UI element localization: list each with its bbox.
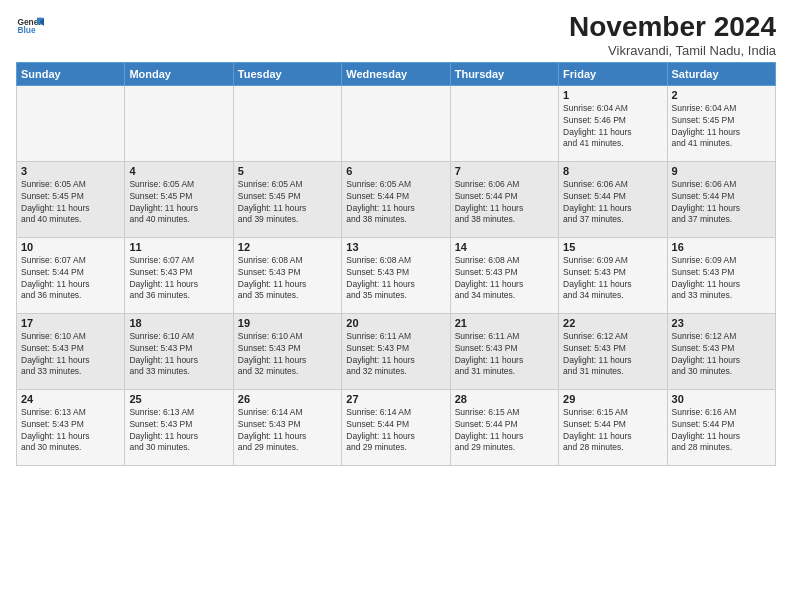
- subtitle: Vikravandi, Tamil Nadu, India: [569, 43, 776, 58]
- calendar-header: Sunday Monday Tuesday Wednesday Thursday…: [17, 62, 776, 85]
- calendar-cell: [233, 85, 341, 161]
- day-info: Sunrise: 6:11 AM Sunset: 5:43 PM Dayligh…: [346, 331, 445, 379]
- calendar-body: 1Sunrise: 6:04 AM Sunset: 5:46 PM Daylig…: [17, 85, 776, 465]
- day-number: 2: [672, 89, 771, 101]
- week-row-2: 3Sunrise: 6:05 AM Sunset: 5:45 PM Daylig…: [17, 161, 776, 237]
- calendar-cell: 12Sunrise: 6:08 AM Sunset: 5:43 PM Dayli…: [233, 237, 341, 313]
- calendar-table: Sunday Monday Tuesday Wednesday Thursday…: [16, 62, 776, 466]
- header-tuesday: Tuesday: [233, 62, 341, 85]
- calendar-cell: 29Sunrise: 6:15 AM Sunset: 5:44 PM Dayli…: [559, 389, 667, 465]
- day-number: 11: [129, 241, 228, 253]
- day-number: 9: [672, 165, 771, 177]
- day-number: 5: [238, 165, 337, 177]
- day-info: Sunrise: 6:13 AM Sunset: 5:43 PM Dayligh…: [129, 407, 228, 455]
- day-info: Sunrise: 6:07 AM Sunset: 5:43 PM Dayligh…: [129, 255, 228, 303]
- day-number: 25: [129, 393, 228, 405]
- calendar-cell: 24Sunrise: 6:13 AM Sunset: 5:43 PM Dayli…: [17, 389, 125, 465]
- header-saturday: Saturday: [667, 62, 775, 85]
- day-info: Sunrise: 6:05 AM Sunset: 5:44 PM Dayligh…: [346, 179, 445, 227]
- day-number: 17: [21, 317, 120, 329]
- calendar-cell: 26Sunrise: 6:14 AM Sunset: 5:43 PM Dayli…: [233, 389, 341, 465]
- day-info: Sunrise: 6:09 AM Sunset: 5:43 PM Dayligh…: [563, 255, 662, 303]
- calendar-cell: [342, 85, 450, 161]
- calendar-cell: 22Sunrise: 6:12 AM Sunset: 5:43 PM Dayli…: [559, 313, 667, 389]
- day-number: 14: [455, 241, 554, 253]
- title-block: November 2024 Vikravandi, Tamil Nadu, In…: [569, 12, 776, 58]
- day-info: Sunrise: 6:14 AM Sunset: 5:43 PM Dayligh…: [238, 407, 337, 455]
- day-info: Sunrise: 6:05 AM Sunset: 5:45 PM Dayligh…: [129, 179, 228, 227]
- calendar-cell: 3Sunrise: 6:05 AM Sunset: 5:45 PM Daylig…: [17, 161, 125, 237]
- header-row: Sunday Monday Tuesday Wednesday Thursday…: [17, 62, 776, 85]
- day-number: 27: [346, 393, 445, 405]
- day-info: Sunrise: 6:06 AM Sunset: 5:44 PM Dayligh…: [672, 179, 771, 227]
- calendar-cell: 19Sunrise: 6:10 AM Sunset: 5:43 PM Dayli…: [233, 313, 341, 389]
- day-number: 3: [21, 165, 120, 177]
- calendar-cell: 20Sunrise: 6:11 AM Sunset: 5:43 PM Dayli…: [342, 313, 450, 389]
- calendar-cell: 25Sunrise: 6:13 AM Sunset: 5:43 PM Dayli…: [125, 389, 233, 465]
- day-number: 29: [563, 393, 662, 405]
- day-number: 30: [672, 393, 771, 405]
- calendar-cell: 14Sunrise: 6:08 AM Sunset: 5:43 PM Dayli…: [450, 237, 558, 313]
- calendar-cell: 30Sunrise: 6:16 AM Sunset: 5:44 PM Dayli…: [667, 389, 775, 465]
- day-number: 1: [563, 89, 662, 101]
- header: General Blue November 2024 Vikravandi, T…: [16, 12, 776, 58]
- day-info: Sunrise: 6:13 AM Sunset: 5:43 PM Dayligh…: [21, 407, 120, 455]
- page: General Blue November 2024 Vikravandi, T…: [0, 0, 792, 612]
- day-info: Sunrise: 6:14 AM Sunset: 5:44 PM Dayligh…: [346, 407, 445, 455]
- week-row-5: 24Sunrise: 6:13 AM Sunset: 5:43 PM Dayli…: [17, 389, 776, 465]
- calendar-cell: [125, 85, 233, 161]
- calendar-cell: 27Sunrise: 6:14 AM Sunset: 5:44 PM Dayli…: [342, 389, 450, 465]
- calendar-cell: 5Sunrise: 6:05 AM Sunset: 5:45 PM Daylig…: [233, 161, 341, 237]
- day-number: 19: [238, 317, 337, 329]
- day-info: Sunrise: 6:06 AM Sunset: 5:44 PM Dayligh…: [455, 179, 554, 227]
- day-number: 13: [346, 241, 445, 253]
- day-info: Sunrise: 6:10 AM Sunset: 5:43 PM Dayligh…: [238, 331, 337, 379]
- calendar-cell: [450, 85, 558, 161]
- calendar-cell: 6Sunrise: 6:05 AM Sunset: 5:44 PM Daylig…: [342, 161, 450, 237]
- svg-text:Blue: Blue: [17, 25, 35, 35]
- day-info: Sunrise: 6:12 AM Sunset: 5:43 PM Dayligh…: [563, 331, 662, 379]
- day-info: Sunrise: 6:10 AM Sunset: 5:43 PM Dayligh…: [129, 331, 228, 379]
- week-row-4: 17Sunrise: 6:10 AM Sunset: 5:43 PM Dayli…: [17, 313, 776, 389]
- day-number: 7: [455, 165, 554, 177]
- day-number: 18: [129, 317, 228, 329]
- header-friday: Friday: [559, 62, 667, 85]
- calendar-cell: 28Sunrise: 6:15 AM Sunset: 5:44 PM Dayli…: [450, 389, 558, 465]
- day-number: 21: [455, 317, 554, 329]
- day-number: 28: [455, 393, 554, 405]
- day-info: Sunrise: 6:09 AM Sunset: 5:43 PM Dayligh…: [672, 255, 771, 303]
- week-row-1: 1Sunrise: 6:04 AM Sunset: 5:46 PM Daylig…: [17, 85, 776, 161]
- day-number: 8: [563, 165, 662, 177]
- day-number: 10: [21, 241, 120, 253]
- calendar-cell: 4Sunrise: 6:05 AM Sunset: 5:45 PM Daylig…: [125, 161, 233, 237]
- day-info: Sunrise: 6:10 AM Sunset: 5:43 PM Dayligh…: [21, 331, 120, 379]
- day-info: Sunrise: 6:04 AM Sunset: 5:45 PM Dayligh…: [672, 103, 771, 151]
- calendar-cell: 21Sunrise: 6:11 AM Sunset: 5:43 PM Dayli…: [450, 313, 558, 389]
- day-number: 4: [129, 165, 228, 177]
- day-number: 22: [563, 317, 662, 329]
- day-number: 20: [346, 317, 445, 329]
- day-info: Sunrise: 6:08 AM Sunset: 5:43 PM Dayligh…: [346, 255, 445, 303]
- header-thursday: Thursday: [450, 62, 558, 85]
- calendar-cell: 2Sunrise: 6:04 AM Sunset: 5:45 PM Daylig…: [667, 85, 775, 161]
- day-number: 23: [672, 317, 771, 329]
- day-info: Sunrise: 6:07 AM Sunset: 5:44 PM Dayligh…: [21, 255, 120, 303]
- day-info: Sunrise: 6:05 AM Sunset: 5:45 PM Dayligh…: [238, 179, 337, 227]
- day-info: Sunrise: 6:12 AM Sunset: 5:43 PM Dayligh…: [672, 331, 771, 379]
- calendar-cell: 16Sunrise: 6:09 AM Sunset: 5:43 PM Dayli…: [667, 237, 775, 313]
- day-number: 15: [563, 241, 662, 253]
- day-number: 6: [346, 165, 445, 177]
- main-title: November 2024: [569, 12, 776, 43]
- day-info: Sunrise: 6:11 AM Sunset: 5:43 PM Dayligh…: [455, 331, 554, 379]
- calendar-cell: 13Sunrise: 6:08 AM Sunset: 5:43 PM Dayli…: [342, 237, 450, 313]
- header-sunday: Sunday: [17, 62, 125, 85]
- calendar-cell: [17, 85, 125, 161]
- calendar-cell: 11Sunrise: 6:07 AM Sunset: 5:43 PM Dayli…: [125, 237, 233, 313]
- day-info: Sunrise: 6:05 AM Sunset: 5:45 PM Dayligh…: [21, 179, 120, 227]
- week-row-3: 10Sunrise: 6:07 AM Sunset: 5:44 PM Dayli…: [17, 237, 776, 313]
- day-number: 12: [238, 241, 337, 253]
- calendar-cell: 23Sunrise: 6:12 AM Sunset: 5:43 PM Dayli…: [667, 313, 775, 389]
- day-info: Sunrise: 6:04 AM Sunset: 5:46 PM Dayligh…: [563, 103, 662, 151]
- day-info: Sunrise: 6:06 AM Sunset: 5:44 PM Dayligh…: [563, 179, 662, 227]
- calendar-cell: 18Sunrise: 6:10 AM Sunset: 5:43 PM Dayli…: [125, 313, 233, 389]
